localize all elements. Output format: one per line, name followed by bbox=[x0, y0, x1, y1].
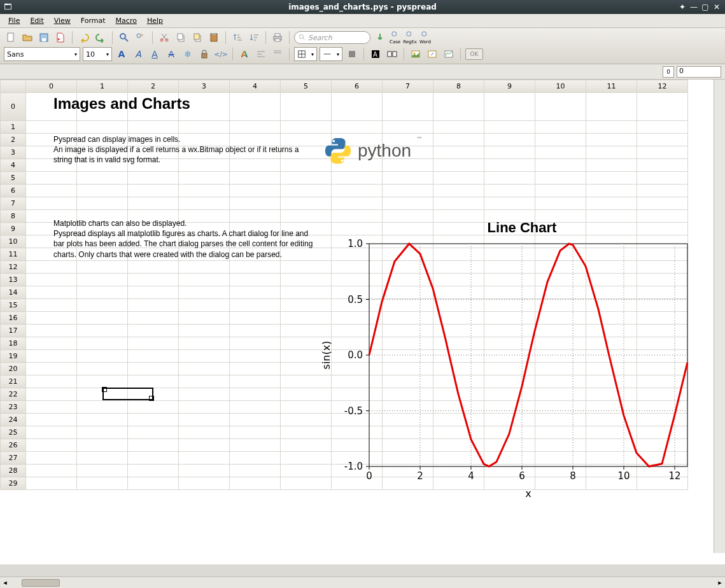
cell[interactable] bbox=[332, 248, 383, 261]
lock-button[interactable] bbox=[197, 47, 211, 61]
scroll-left-icon[interactable]: ◂ bbox=[0, 578, 10, 588]
row-header[interactable]: 23 bbox=[1, 401, 26, 414]
cell[interactable] bbox=[128, 261, 179, 274]
cell[interactable] bbox=[383, 185, 433, 197]
cell[interactable] bbox=[484, 197, 535, 210]
cell[interactable] bbox=[77, 465, 128, 477]
cell[interactable] bbox=[179, 363, 230, 375]
cell[interactable] bbox=[26, 350, 77, 363]
cell[interactable] bbox=[230, 185, 281, 197]
cell[interactable] bbox=[637, 93, 688, 121]
cell[interactable] bbox=[637, 465, 688, 477]
cell[interactable] bbox=[332, 426, 383, 439]
row-header[interactable]: 21 bbox=[1, 375, 26, 388]
cell[interactable] bbox=[332, 388, 383, 401]
cell[interactable] bbox=[77, 401, 128, 414]
cell[interactable] bbox=[230, 401, 281, 414]
cell[interactable] bbox=[77, 452, 128, 465]
column-header[interactable]: 1 bbox=[77, 80, 128, 93]
bg-color-button[interactable]: A bbox=[369, 47, 383, 61]
horizontal-scrollbar[interactable]: ◂ ▸ bbox=[0, 577, 725, 588]
cell[interactable] bbox=[383, 172, 433, 185]
cell[interactable] bbox=[230, 93, 281, 121]
cell[interactable] bbox=[230, 274, 281, 286]
cell[interactable] bbox=[128, 223, 179, 235]
cell[interactable] bbox=[26, 134, 77, 146]
cell[interactable] bbox=[535, 477, 586, 490]
search-input[interactable]: Search bbox=[294, 31, 370, 44]
cell[interactable] bbox=[586, 414, 637, 426]
cell[interactable] bbox=[230, 261, 281, 274]
cell[interactable] bbox=[77, 325, 128, 337]
cell[interactable] bbox=[433, 235, 484, 248]
cell[interactable] bbox=[433, 477, 484, 490]
row-header[interactable]: 24 bbox=[1, 414, 26, 426]
row-header[interactable]: 28 bbox=[1, 465, 26, 477]
row-header[interactable]: 4 bbox=[1, 159, 26, 172]
cell[interactable] bbox=[586, 172, 637, 185]
cell[interactable] bbox=[535, 185, 586, 197]
cell[interactable] bbox=[332, 325, 383, 337]
cell[interactable] bbox=[332, 93, 383, 121]
cell[interactable] bbox=[128, 172, 179, 185]
cell[interactable] bbox=[230, 439, 281, 452]
menu-file[interactable]: File bbox=[4, 15, 24, 26]
cell[interactable] bbox=[433, 375, 484, 388]
cell[interactable] bbox=[332, 337, 383, 350]
cell[interactable] bbox=[586, 439, 637, 452]
cell[interactable] bbox=[586, 477, 637, 490]
cell[interactable] bbox=[230, 388, 281, 401]
cell[interactable] bbox=[484, 375, 535, 388]
export-pdf-button[interactable]: ▶ bbox=[53, 31, 67, 45]
cell[interactable] bbox=[281, 121, 332, 134]
cell[interactable] bbox=[281, 299, 332, 312]
cell[interactable] bbox=[26, 223, 77, 235]
cell[interactable] bbox=[230, 146, 281, 159]
cell[interactable] bbox=[383, 286, 433, 299]
cell[interactable] bbox=[230, 134, 281, 146]
cell[interactable] bbox=[281, 465, 332, 477]
find-button[interactable] bbox=[117, 31, 131, 45]
cell[interactable] bbox=[281, 350, 332, 363]
cell[interactable] bbox=[586, 121, 637, 134]
cell[interactable] bbox=[77, 235, 128, 248]
cell[interactable] bbox=[128, 325, 179, 337]
align-left-button[interactable] bbox=[254, 47, 268, 61]
cell[interactable] bbox=[77, 185, 128, 197]
cell[interactable] bbox=[484, 452, 535, 465]
cell[interactable] bbox=[484, 465, 535, 477]
cell[interactable] bbox=[383, 248, 433, 261]
cell[interactable] bbox=[637, 210, 688, 223]
cell[interactable] bbox=[128, 375, 179, 388]
cell[interactable] bbox=[77, 388, 128, 401]
column-header[interactable]: 9 bbox=[484, 80, 535, 93]
cell[interactable] bbox=[433, 350, 484, 363]
scroll-right-icon[interactable]: ▸ bbox=[715, 578, 725, 588]
align-top-button[interactable] bbox=[271, 47, 285, 61]
cell[interactable] bbox=[383, 261, 433, 274]
cell[interactable] bbox=[535, 465, 586, 477]
row-header[interactable]: 11 bbox=[1, 248, 26, 261]
cell[interactable] bbox=[179, 197, 230, 210]
sort-asc-button[interactable] bbox=[230, 31, 244, 45]
row-header[interactable]: 13 bbox=[1, 274, 26, 286]
cell[interactable] bbox=[383, 350, 433, 363]
cell[interactable] bbox=[535, 388, 586, 401]
cell[interactable] bbox=[332, 172, 383, 185]
cell[interactable] bbox=[230, 312, 281, 325]
cell[interactable] bbox=[77, 223, 128, 235]
cell[interactable] bbox=[281, 235, 332, 248]
cell[interactable] bbox=[433, 134, 484, 146]
cell[interactable] bbox=[586, 312, 637, 325]
cell[interactable] bbox=[383, 414, 433, 426]
cell[interactable] bbox=[484, 248, 535, 261]
cell[interactable] bbox=[637, 439, 688, 452]
cell[interactable] bbox=[484, 274, 535, 286]
cell[interactable] bbox=[332, 439, 383, 452]
cell[interactable] bbox=[77, 312, 128, 325]
cell[interactable] bbox=[332, 146, 383, 159]
search-case-toggle[interactable]: Case bbox=[390, 31, 400, 45]
cell[interactable] bbox=[281, 93, 332, 121]
cell[interactable] bbox=[637, 286, 688, 299]
cell[interactable] bbox=[383, 465, 433, 477]
